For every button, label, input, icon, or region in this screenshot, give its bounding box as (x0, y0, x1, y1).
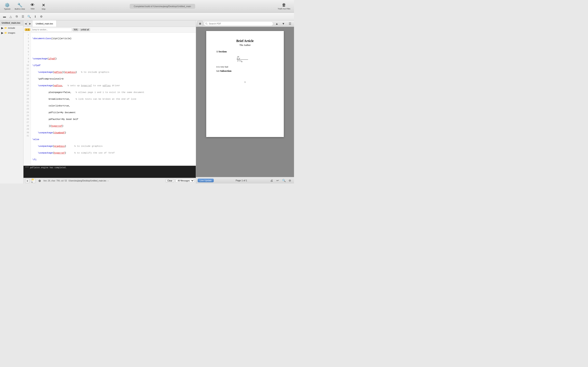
page-info: Page 1 of 1 (215, 179, 268, 182)
code-content[interactable]: \documentclass[11pt]{article} \usepackag… (31, 33, 196, 166)
folder-icon-blue: 📁 (4, 27, 7, 29)
add-file-button[interactable]: + (25, 179, 30, 183)
status-bar: + 📁+ ⚙ line: 28, char: 799, col: 53 /Use… (24, 178, 196, 184)
pdf-math-formula: inf Σ a² n=1 n b (216, 55, 274, 64)
editor-controls: ⚠ 1 %% unfold all (24, 27, 196, 33)
messages-select[interactable]: All Messages (176, 179, 194, 183)
pdf-bottom-bar: Live Update Page 1 of 1 🖨 ↩ 🔍 ⊖ (196, 177, 294, 184)
list-icon-button[interactable]: ☰ (20, 14, 26, 19)
second-toolbar: ▬ △ ⧉ ☰ 🔍 ℹ ⚙ (0, 13, 294, 20)
main-area: Untitled_main.tex ▶ 📁 include ▶ 📁 images… (0, 20, 294, 184)
code-editor[interactable]: 12345 678910 1112131415 1617181920 21222… (24, 33, 196, 166)
pdf-nav-up-button[interactable]: ▲ (274, 21, 280, 26)
math-formula-svg: inf Σ a² n=1 n b (237, 55, 253, 63)
copy-icon-button[interactable]: ⧉ (14, 14, 20, 19)
folder-arrow-icon: ▶ (1, 26, 3, 30)
view-icon: 👁 (30, 3, 35, 7)
settings-gear-button[interactable]: ⚙ (37, 179, 42, 183)
trash-aux-button[interactable]: 🗑 Trash Aux Files (276, 2, 292, 11)
sidebar-item-images[interactable]: ▶ 📁 images (0, 30, 23, 35)
typeset-icon: ⚙️ (5, 3, 10, 8)
editor-tab-main[interactable]: Untitled_main.tex (33, 20, 57, 27)
top-toolbar: ⚙️ Typeset 🔧 Build & View 👁 View ✕ Stop … (0, 0, 294, 13)
pdf-zoom-out-button[interactable]: ⊖ (287, 178, 292, 183)
pdf-author: The Author (216, 44, 274, 47)
trash-icon: 🗑 (282, 3, 286, 7)
svg-text:Σ a²: Σ a² (237, 58, 240, 60)
folder-arrow-icon-2: ▶ (1, 31, 3, 34)
pdf-body-text: it is very bad (216, 66, 274, 68)
pdf-nav-down-button[interactable]: ▼ (281, 21, 286, 26)
file-path: /Users/wujiang/Desktop/Untitled_main.tex… (69, 180, 164, 182)
nav-forward-button[interactable]: ▶ (28, 20, 33, 27)
live-update-button[interactable]: Live Update (198, 179, 214, 182)
pdf-subsection: 1.1 Subsection (216, 69, 274, 73)
section-jump-input[interactable] (31, 28, 72, 32)
nav-back-button[interactable]: ◀ (24, 20, 28, 27)
pdf-page-number: 1 (216, 81, 274, 83)
pdf-content: Brief Article The Author 1 Section inf Σ… (196, 27, 294, 177)
editor-area: ◀ ▶ Untitled_main.tex ⚠ 1 %% unfold all … (24, 20, 196, 184)
sidebar: Untitled_main.tex ▶ 📁 include ▶ 📁 images (0, 20, 24, 184)
view-button[interactable]: 👁 View (27, 2, 38, 11)
gear-icon-button[interactable]: ⚙ (38, 14, 44, 19)
line-numbers: 12345 678910 1112131415 1617181920 21222… (24, 33, 31, 166)
console-area: *** pdflatex.engine has completed. (24, 166, 196, 178)
editor-tabs: ◀ ▶ Untitled_main.tex (24, 20, 196, 27)
pdf-title: Brief Article (216, 39, 274, 43)
triangle-icon-button[interactable]: △ (8, 14, 13, 19)
svg-text:n=1  n: n=1 n (237, 60, 241, 62)
build-view-button[interactable]: 🔧 Build & View (13, 2, 26, 11)
pdf-zoom-in-button[interactable]: 🔍 (281, 178, 286, 183)
stop-icon: ✕ (42, 3, 45, 8)
pdf-panel: ⊞ ▲ ▼ ☰ Brief Article The Author 1 Secti… (196, 20, 294, 184)
pdf-menu-button[interactable]: ☰ (287, 21, 293, 26)
add-folder-button[interactable]: 📁+ (31, 179, 36, 183)
pdf-print-button[interactable]: 🖨 (269, 178, 274, 183)
svg-text:b: b (241, 60, 242, 63)
warning-icon: ⚠ (26, 29, 27, 31)
info-icon-button[interactable]: ℹ (32, 14, 38, 19)
folder-icon-blue-2: 📁 (4, 32, 7, 34)
pdf-section: 1 Section (216, 50, 274, 53)
pdf-share-button[interactable]: ↩ (275, 178, 280, 183)
pdf-search-input[interactable] (204, 21, 273, 26)
arrow-icon: → (107, 180, 109, 182)
clear-button[interactable]: Clear (165, 179, 174, 183)
panel-icon-button[interactable]: ▬ (2, 14, 7, 19)
console-content: *** pdflatex.engine has completed. (24, 166, 196, 178)
line-info: line: 28, char: 799, col: 53 (43, 180, 67, 182)
build-view-icon: 🔧 (17, 3, 22, 8)
typeset-button[interactable]: ⚙️ Typeset (2, 2, 12, 11)
build-message-area: Completed build of /Users/wujiang/Deskto… (49, 4, 275, 9)
search-icon-button[interactable]: 🔍 (26, 14, 32, 19)
stop-button[interactable]: ✕ Stop (38, 2, 49, 11)
warning-badge: ⚠ 1 (25, 28, 30, 31)
pdf-page: Brief Article The Author 1 Section inf Σ… (206, 31, 284, 137)
pdf-toolbar: ⊞ ▲ ▼ ☰ (196, 20, 294, 27)
pct-badge: %% (73, 28, 79, 31)
unfold-all-button[interactable]: unfold all (79, 28, 90, 31)
sidebar-root-file[interactable]: Untitled_main.tex (0, 20, 23, 25)
sidebar-item-include[interactable]: ▶ 📁 include (0, 25, 23, 30)
grid-view-button[interactable]: ⊞ (197, 21, 203, 26)
